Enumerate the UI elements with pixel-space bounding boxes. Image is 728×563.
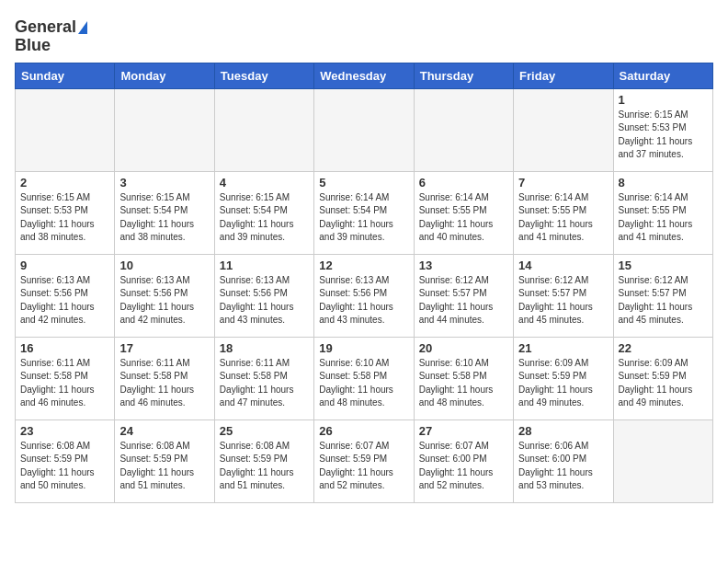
calendar-cell: 20Sunrise: 6:10 AMSunset: 5:58 PMDayligh… <box>414 337 513 419</box>
day-number: 4 <box>220 176 309 190</box>
day-info: Sunrise: 6:13 AMSunset: 5:56 PMDaylight:… <box>319 274 408 327</box>
day-info: Sunrise: 6:11 AMSunset: 5:58 PMDaylight:… <box>220 357 309 410</box>
day-number: 12 <box>319 259 408 272</box>
day-info: Sunrise: 6:15 AMSunset: 5:54 PMDaylight:… <box>119 191 209 245</box>
day-number: 3 <box>119 176 209 190</box>
day-info: Sunrise: 6:11 AMSunset: 5:58 PMDaylight:… <box>20 357 109 410</box>
calendar-cell: 11Sunrise: 6:13 AMSunset: 5:56 PMDayligh… <box>214 254 313 337</box>
calendar-cell <box>414 88 513 171</box>
day-info: Sunrise: 6:14 AMSunset: 5:55 PMDaylight:… <box>619 191 708 245</box>
day-info: Sunrise: 6:14 AMSunset: 5:55 PMDaylight:… <box>518 191 608 245</box>
day-number: 1 <box>619 93 708 107</box>
page-header: General Blue <box>15 15 713 55</box>
calendar-cell: 15Sunrise: 6:12 AMSunset: 5:57 PMDayligh… <box>613 254 712 337</box>
day-number: 25 <box>220 424 309 438</box>
day-number: 17 <box>119 341 209 355</box>
day-number: 8 <box>619 176 708 190</box>
day-number: 16 <box>20 341 109 355</box>
day-number: 13 <box>419 259 508 272</box>
calendar-cell: 23Sunrise: 6:08 AMSunset: 5:59 PMDayligh… <box>16 419 115 502</box>
day-info: Sunrise: 6:08 AMSunset: 5:59 PMDaylight:… <box>220 440 309 493</box>
day-info: Sunrise: 6:12 AMSunset: 5:57 PMDaylight:… <box>619 274 708 327</box>
calendar-cell <box>514 88 613 171</box>
calendar-cell <box>16 88 115 171</box>
calendar-cell: 6Sunrise: 6:14 AMSunset: 5:55 PMDaylight… <box>414 171 513 254</box>
day-info: Sunrise: 6:09 AMSunset: 5:59 PMDaylight:… <box>518 357 608 410</box>
day-info: Sunrise: 6:07 AMSunset: 6:00 PMDaylight:… <box>419 440 508 493</box>
logo-text-blue: Blue <box>15 37 51 55</box>
calendar-cell: 17Sunrise: 6:11 AMSunset: 5:58 PMDayligh… <box>115 337 214 419</box>
calendar-cell: 25Sunrise: 6:08 AMSunset: 5:59 PMDayligh… <box>214 419 313 502</box>
calendar-cell: 9Sunrise: 6:13 AMSunset: 5:56 PMDaylight… <box>16 254 115 337</box>
week-row-1: 1Sunrise: 6:15 AMSunset: 5:53 PMDaylight… <box>16 88 713 171</box>
day-info: Sunrise: 6:09 AMSunset: 5:59 PMDaylight:… <box>619 357 708 410</box>
day-number: 15 <box>619 259 708 272</box>
calendar-cell: 21Sunrise: 6:09 AMSunset: 5:59 PMDayligh… <box>514 337 613 419</box>
day-info: Sunrise: 6:12 AMSunset: 5:57 PMDaylight:… <box>518 274 608 327</box>
day-info: Sunrise: 6:13 AMSunset: 5:56 PMDaylight:… <box>220 274 309 327</box>
day-info: Sunrise: 6:14 AMSunset: 5:54 PMDaylight:… <box>319 191 408 245</box>
col-header-friday: Friday <box>514 63 613 88</box>
week-row-2: 2Sunrise: 6:15 AMSunset: 5:53 PMDaylight… <box>16 171 713 254</box>
day-number: 24 <box>119 424 209 438</box>
day-number: 11 <box>220 259 309 272</box>
calendar-cell: 19Sunrise: 6:10 AMSunset: 5:58 PMDayligh… <box>314 337 414 419</box>
col-header-wednesday: Wednesday <box>314 63 414 88</box>
col-header-tuesday: Tuesday <box>214 63 313 88</box>
day-number: 14 <box>518 259 608 272</box>
calendar-cell: 26Sunrise: 6:07 AMSunset: 5:59 PMDayligh… <box>314 419 414 502</box>
calendar-cell: 8Sunrise: 6:14 AMSunset: 5:55 PMDaylight… <box>613 171 712 254</box>
calendar-cell: 2Sunrise: 6:15 AMSunset: 5:53 PMDaylight… <box>16 171 115 254</box>
calendar-cell: 28Sunrise: 6:06 AMSunset: 6:00 PMDayligh… <box>514 419 613 502</box>
calendar-header-row: SundayMondayTuesdayWednesdayThursdayFrid… <box>16 63 713 88</box>
calendar-cell <box>314 88 414 171</box>
day-info: Sunrise: 6:11 AMSunset: 5:58 PMDaylight:… <box>119 357 209 410</box>
day-info: Sunrise: 6:07 AMSunset: 5:59 PMDaylight:… <box>319 440 408 493</box>
day-number: 20 <box>419 341 508 355</box>
calendar-cell: 13Sunrise: 6:12 AMSunset: 5:57 PMDayligh… <box>414 254 513 337</box>
week-row-5: 23Sunrise: 6:08 AMSunset: 5:59 PMDayligh… <box>16 419 713 502</box>
calendar-cell: 7Sunrise: 6:14 AMSunset: 5:55 PMDaylight… <box>514 171 613 254</box>
day-number: 28 <box>518 424 608 438</box>
calendar-cell: 27Sunrise: 6:07 AMSunset: 6:00 PMDayligh… <box>414 419 513 502</box>
col-header-thursday: Thursday <box>414 63 513 88</box>
day-number: 7 <box>518 176 608 190</box>
day-number: 27 <box>419 424 508 438</box>
day-number: 26 <box>319 424 408 438</box>
day-number: 10 <box>119 259 209 272</box>
calendar-cell: 10Sunrise: 6:13 AMSunset: 5:56 PMDayligh… <box>115 254 214 337</box>
calendar-cell: 22Sunrise: 6:09 AMSunset: 5:59 PMDayligh… <box>613 337 712 419</box>
calendar-cell: 24Sunrise: 6:08 AMSunset: 5:59 PMDayligh… <box>115 419 214 502</box>
calendar-cell <box>613 419 712 502</box>
col-header-saturday: Saturday <box>613 63 712 88</box>
calendar-cell: 18Sunrise: 6:11 AMSunset: 5:58 PMDayligh… <box>214 337 313 419</box>
day-info: Sunrise: 6:13 AMSunset: 5:56 PMDaylight:… <box>119 274 209 327</box>
day-info: Sunrise: 6:15 AMSunset: 5:53 PMDaylight:… <box>619 109 708 162</box>
day-info: Sunrise: 6:15 AMSunset: 5:53 PMDaylight:… <box>20 191 109 245</box>
calendar-cell: 14Sunrise: 6:12 AMSunset: 5:57 PMDayligh… <box>514 254 613 337</box>
calendar-cell: 12Sunrise: 6:13 AMSunset: 5:56 PMDayligh… <box>314 254 414 337</box>
calendar-table: SundayMondayTuesdayWednesdayThursdayFrid… <box>15 63 713 503</box>
calendar-cell: 1Sunrise: 6:15 AMSunset: 5:53 PMDaylight… <box>613 88 712 171</box>
day-info: Sunrise: 6:15 AMSunset: 5:54 PMDaylight:… <box>220 191 309 245</box>
logo-text-general: General <box>15 18 76 37</box>
day-number: 23 <box>20 424 109 438</box>
col-header-sunday: Sunday <box>16 63 115 88</box>
week-row-3: 9Sunrise: 6:13 AMSunset: 5:56 PMDaylight… <box>16 254 713 337</box>
calendar-cell <box>115 88 214 171</box>
day-info: Sunrise: 6:13 AMSunset: 5:56 PMDaylight:… <box>20 274 109 327</box>
calendar-cell: 5Sunrise: 6:14 AMSunset: 5:54 PMDaylight… <box>314 171 414 254</box>
day-info: Sunrise: 6:08 AMSunset: 5:59 PMDaylight:… <box>20 440 109 493</box>
day-number: 5 <box>319 176 408 190</box>
calendar-cell: 16Sunrise: 6:11 AMSunset: 5:58 PMDayligh… <box>16 337 115 419</box>
col-header-monday: Monday <box>115 63 214 88</box>
day-number: 22 <box>619 341 708 355</box>
day-info: Sunrise: 6:10 AMSunset: 5:58 PMDaylight:… <box>419 357 508 410</box>
logo: General Blue <box>15 18 87 55</box>
week-row-4: 16Sunrise: 6:11 AMSunset: 5:58 PMDayligh… <box>16 337 713 419</box>
day-info: Sunrise: 6:12 AMSunset: 5:57 PMDaylight:… <box>419 274 508 327</box>
day-number: 19 <box>319 341 408 355</box>
calendar-cell <box>214 88 313 171</box>
day-info: Sunrise: 6:14 AMSunset: 5:55 PMDaylight:… <box>419 191 508 245</box>
day-number: 2 <box>20 176 109 190</box>
